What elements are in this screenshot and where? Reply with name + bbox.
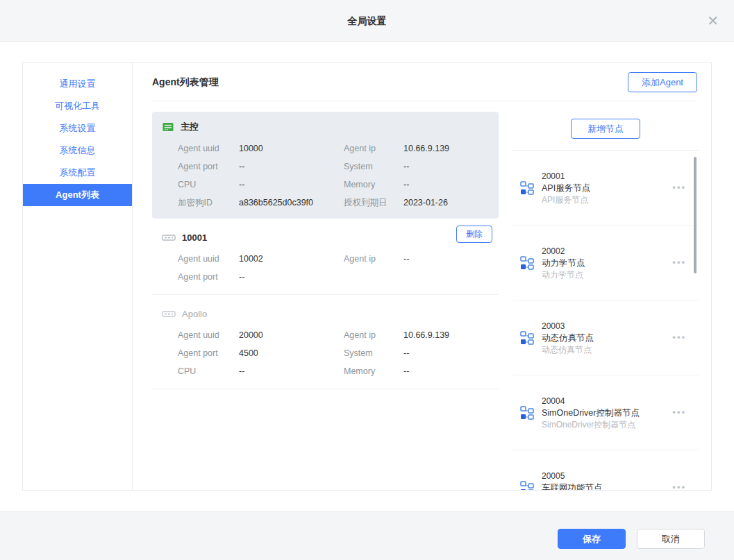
settings-sidebar: 通用设置 可视化工具 系统设置 系统信息 系统配置 Agent列表 — [23, 63, 133, 490]
agent-card-title-row: Apollo — [162, 307, 499, 321]
more-menu-icon[interactable]: ••• — [672, 407, 686, 417]
node-name: 动力学节点 — [542, 258, 675, 269]
field-label: Memory — [344, 362, 403, 380]
node-list-scrollbar[interactable] — [694, 157, 697, 273]
field-value: 10.66.9.139 — [403, 326, 499, 344]
agent-cards-area: 主控 Agent uuid 10000 Agent ip 10.66.9.139… — [152, 102, 499, 490]
node-id: 20003 — [542, 321, 675, 332]
agent-fields: Agent uuid 10002 Agent ip -- Agent port … — [178, 250, 499, 286]
content-header: Agent列表管理 添加Agent — [152, 63, 697, 101]
node-item-20001[interactable]: 20001 API服务节点 API服务节点 ••• — [512, 151, 699, 226]
more-menu-icon[interactable]: ••• — [672, 332, 686, 342]
content-body: 主控 Agent uuid 10000 Agent ip 10.66.9.139… — [133, 102, 711, 490]
global-settings-dialog: 全局设置 ✕ 通用设置 可视化工具 系统设置 系统信息 系统配置 Agent列表… — [0, 0, 734, 560]
agent-card-title-row: 主控 — [162, 120, 489, 134]
field-label: 授权到期日 — [344, 194, 403, 212]
sidebar-item-system-info[interactable]: 系统信息 — [23, 139, 132, 162]
field-label: CPU — [178, 362, 239, 380]
field-value: -- — [403, 362, 499, 380]
delete-agent-button[interactable]: 删除 — [456, 226, 492, 243]
field-label: Memory — [344, 176, 403, 194]
node-name: API服务节点 — [542, 183, 675, 194]
add-agent-button[interactable]: 添加Agent — [628, 72, 697, 92]
sidebar-item-system-settings[interactable]: 系统设置 — [23, 117, 132, 139]
field-label: Agent uuid — [178, 139, 239, 158]
agent-name: 主控 — [181, 121, 199, 133]
node-item-20005[interactable]: 20005 车联网功能节点 ••• — [512, 450, 699, 490]
field-label: System — [344, 344, 403, 362]
field-value: 2023-01-26 — [403, 194, 489, 212]
node-icon — [519, 180, 535, 196]
node-panel: 新增节点 — [512, 102, 699, 490]
sidebar-item-agent-list[interactable]: Agent列表 — [23, 184, 132, 206]
field-value: -- — [403, 250, 499, 268]
close-icon[interactable]: ✕ — [707, 0, 719, 42]
sidebar-item-general[interactable]: 通用设置 — [23, 73, 132, 95]
agent-icon — [162, 231, 176, 244]
agent-fields: Agent uuid 20000 Agent ip 10.66.9.139 Ag… — [178, 326, 499, 380]
agent-card-title-row: 10001 — [162, 230, 499, 244]
agent-name: 10001 — [182, 232, 207, 243]
node-id: 20005 — [542, 471, 675, 482]
dialog-header: 全局设置 ✕ — [0, 0, 734, 42]
node-icon — [519, 480, 535, 490]
agent-name: Apollo — [182, 309, 207, 319]
node-desc: 动态仿真节点 — [542, 345, 675, 355]
field-value: 10.66.9.139 — [403, 139, 489, 158]
more-menu-icon[interactable]: ••• — [672, 482, 686, 491]
node-id: 20004 — [542, 396, 675, 407]
agent-fields: Agent uuid 10000 Agent ip 10.66.9.139 Ag… — [178, 139, 489, 212]
node-name: 车联网功能节点 — [542, 483, 675, 490]
dialog-title: 全局设置 — [0, 0, 734, 42]
field-label: Agent port — [178, 344, 239, 362]
field-label: Agent port — [178, 158, 239, 176]
field-label: CPU — [178, 176, 239, 194]
field-label: Agent uuid — [178, 326, 239, 344]
node-item-20003[interactable]: 20003 动态仿真节点 动态仿真节点 ••• — [512, 300, 699, 375]
sidebar-item-system-config[interactable]: 系统配置 — [23, 162, 132, 184]
save-button[interactable]: 保存 — [558, 529, 626, 549]
field-value: -- — [403, 176, 489, 194]
field-value: -- — [239, 362, 344, 380]
node-desc: SimOneDriver控制器节点 — [542, 420, 675, 430]
sidebar-item-visualization-tools[interactable]: 可视化工具 — [23, 95, 132, 117]
node-item-20004[interactable]: 20004 SimOneDriver控制器节点 SimOneDriver控制器节… — [512, 375, 699, 450]
master-agent-icon — [162, 121, 174, 133]
node-icon — [519, 255, 535, 271]
agent-card-10001[interactable]: 10001 删除 Agent uuid 10002 Agent ip -- Ag… — [152, 219, 499, 295]
node-id: 20001 — [542, 171, 675, 182]
node-icon — [519, 405, 535, 421]
field-value: 4500 — [239, 344, 344, 362]
field-value: -- — [403, 344, 499, 362]
node-list: 20001 API服务节点 API服务节点 ••• — [512, 151, 699, 490]
node-name: SimOneDriver控制器节点 — [542, 408, 675, 418]
field-label: Agent port — [178, 268, 239, 286]
node-id: 20002 — [542, 246, 675, 257]
node-icon — [519, 330, 535, 346]
field-label: 加密狗ID — [178, 194, 239, 212]
field-label: Agent ip — [344, 250, 403, 268]
node-item-20002[interactable]: 20002 动力学节点 动力学节点 ••• — [512, 226, 699, 300]
agent-card-master[interactable]: 主控 Agent uuid 10000 Agent ip 10.66.9.139… — [152, 112, 499, 219]
field-label: Agent uuid — [178, 250, 239, 268]
field-label: Agent ip — [344, 326, 403, 344]
add-node-button[interactable]: 新增节点 — [571, 119, 640, 139]
field-value: -- — [239, 268, 344, 286]
field-value: a836b5625d0c39f0 — [239, 194, 344, 212]
more-menu-icon[interactable]: ••• — [672, 257, 686, 267]
more-menu-icon[interactable]: ••• — [672, 182, 686, 192]
field-value: -- — [403, 158, 489, 176]
page-title: Agent列表管理 — [152, 63, 219, 101]
node-desc: 动力学节点 — [542, 270, 675, 280]
field-value: 10000 — [239, 139, 344, 158]
field-label: Agent ip — [344, 139, 403, 158]
node-desc: API服务节点 — [542, 195, 675, 205]
field-value: 10002 — [239, 250, 344, 268]
agent-card-apollo[interactable]: Apollo Agent uuid 20000 Agent ip 10.66.9… — [152, 295, 499, 389]
agent-list-content: Agent列表管理 添加Agent — [133, 63, 711, 490]
cancel-button[interactable]: 取消 — [637, 529, 705, 549]
field-value: -- — [239, 176, 344, 194]
field-value: 20000 — [239, 326, 344, 344]
agent-icon — [162, 307, 176, 320]
settings-panel: 通用设置 可视化工具 系统设置 系统信息 系统配置 Agent列表 Agent列… — [22, 62, 712, 491]
